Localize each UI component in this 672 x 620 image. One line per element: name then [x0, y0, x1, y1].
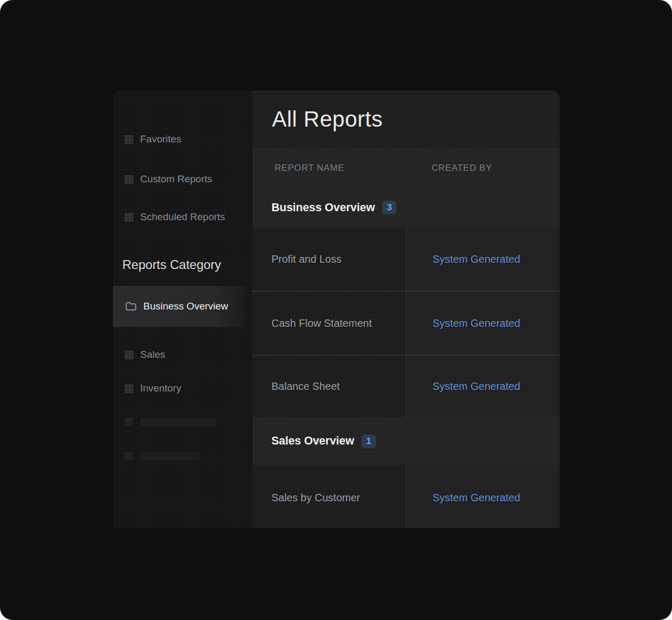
system-generated-link: System Generated	[433, 380, 520, 392]
scheduled-reports-icon	[124, 213, 133, 222]
reports-category-heading: Reports Category	[122, 257, 221, 272]
group-header-sales-overview[interactable]: Sales Overview 1	[253, 417, 560, 465]
report-row-sales-by-customer[interactable]: Sales by Customer System Generated	[253, 465, 560, 528]
skeleton-bar	[140, 418, 216, 426]
report-row-cash-flow-statement[interactable]: Cash Flow Statement System Generated	[253, 291, 560, 355]
sidebar-item-label: Scheduled Reports	[140, 211, 225, 223]
report-name-cell[interactable]: Cash Flow Statement	[253, 292, 406, 355]
sidebar: Favorites Custom Reports Scheduled Repor…	[113, 90, 253, 528]
sidebar-item-favorites[interactable]: Favorites	[113, 132, 253, 146]
column-header-created-by: CREATED BY	[432, 163, 492, 173]
sidebar-item-label: Custom Reports	[140, 173, 212, 185]
report-row-balance-sheet[interactable]: Balance Sheet System Generated	[253, 355, 560, 417]
skeleton-row	[124, 418, 216, 426]
custom-reports-icon	[124, 175, 133, 184]
report-name-cell[interactable]: Sales by Customer	[253, 465, 406, 528]
sales-icon	[124, 350, 133, 359]
sidebar-category-sales[interactable]: Sales	[113, 348, 253, 361]
created-by-cell: System Generated	[406, 356, 560, 417]
table-header-band: REPORT NAME CREATED BY Business Overview…	[253, 148, 560, 228]
sidebar-category-inventory[interactable]: Inventory	[113, 381, 253, 395]
group-name: Sales Overview	[271, 435, 354, 448]
skeleton-row	[124, 452, 200, 460]
skeleton-icon	[124, 418, 133, 426]
all-reports-panel: All Reports REPORT NAME CREATED BY Busin…	[253, 90, 560, 528]
column-header-report-name: REPORT NAME	[275, 163, 344, 173]
title-block: All Reports	[253, 90, 560, 148]
skeleton-icon	[124, 452, 133, 460]
created-by-cell: System Generated	[406, 292, 560, 355]
report-name-cell[interactable]: Profit and Loss	[253, 228, 406, 291]
table-column-headers: REPORT NAME CREATED BY	[253, 163, 560, 173]
sidebar-category-business-overview[interactable]: Business Overview	[113, 286, 245, 327]
system-generated-link: System Generated	[433, 317, 520, 329]
inventory-icon	[124, 384, 133, 393]
group-header-business-overview[interactable]: Business Overview 3	[253, 197, 560, 218]
page-title: All Reports	[272, 107, 383, 132]
report-name-cell[interactable]: Balance Sheet	[253, 356, 406, 417]
sidebar-item-scheduled-reports[interactable]: Scheduled Reports	[113, 210, 253, 224]
group-count-badge: 1	[362, 435, 376, 448]
created-by-cell: System Generated	[406, 465, 560, 528]
group-name: Business Overview	[271, 201, 375, 214]
sidebar-category-label: Sales	[140, 349, 165, 360]
system-generated-link: System Generated	[433, 492, 520, 504]
sidebar-item-label: Favorites	[140, 133, 181, 145]
created-by-cell: System Generated	[406, 228, 560, 291]
sidebar-category-label: Business Overview	[143, 301, 228, 312]
reports-panel: Favorites Custom Reports Scheduled Repor…	[113, 90, 560, 528]
folder-icon	[125, 302, 136, 311]
report-row-profit-and-loss[interactable]: Profit and Loss System Generated	[253, 228, 560, 291]
page-background: Favorites Custom Reports Scheduled Repor…	[0, 0, 672, 620]
sidebar-item-custom-reports[interactable]: Custom Reports	[113, 172, 253, 186]
sidebar-category-label: Inventory	[140, 383, 181, 394]
group-count-badge: 3	[382, 201, 396, 214]
favorites-icon	[124, 135, 133, 144]
system-generated-link: System Generated	[433, 253, 520, 265]
skeleton-bar	[140, 452, 200, 460]
